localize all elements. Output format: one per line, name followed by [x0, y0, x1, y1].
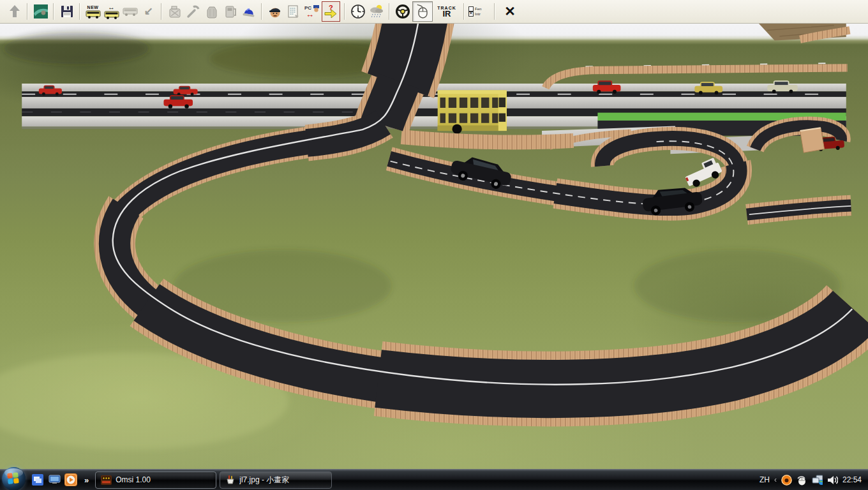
- separator: [344, 3, 345, 20]
- trackir-label-bottom: IR: [443, 10, 451, 17]
- media-player-icon: [64, 473, 77, 486]
- quick-launch-media-player[interactable]: [64, 473, 77, 486]
- tray-network[interactable]: [812, 475, 823, 486]
- down-left-arrow-icon: ↙: [144, 6, 153, 17]
- separator: [53, 3, 54, 20]
- new-bus-label: NEW: [87, 5, 99, 10]
- refuel-button[interactable]: [166, 2, 183, 21]
- close-button[interactable]: ✕: [499, 2, 521, 21]
- enter-vehicle-button[interactable]: ↙: [140, 2, 157, 21]
- tickets-button[interactable]: [285, 2, 302, 21]
- help-route-button[interactable]: ?: [322, 1, 340, 22]
- mouse-steering-button[interactable]: [412, 1, 433, 22]
- driver-button[interactable]: [266, 2, 283, 21]
- svg-text:↔: ↔: [306, 10, 314, 19]
- tray-mouse-utility[interactable]: [797, 475, 807, 486]
- steering-wheel-button[interactable]: [394, 2, 411, 21]
- wall-block: [800, 128, 825, 152]
- language-indicator[interactable]: ZH: [760, 475, 770, 484]
- sack-icon: [204, 4, 220, 19]
- quick-launch-switcher[interactable]: [31, 473, 44, 486]
- taskbar-button-omsi[interactable]: Omsi 1.00: [95, 471, 216, 489]
- options-button[interactable]: Fen Intr: [468, 2, 490, 21]
- orange-ring-icon: [781, 475, 792, 486]
- omsi-editor-window: NEW ↔ ↙: [0, 0, 868, 490]
- fuel-pump-button[interactable]: [221, 2, 239, 21]
- network-icon: [812, 475, 823, 486]
- weather-button[interactable]: [368, 2, 385, 21]
- option-row-2: Intr: [468, 11, 481, 17]
- up-arrow-icon: [10, 5, 20, 17]
- driver-face-icon: [267, 4, 283, 19]
- hidden-icons-chevron[interactable]: ‹: [774, 475, 777, 484]
- system-tray: ZH ‹: [760, 475, 868, 486]
- scene-canvas: [0, 24, 868, 469]
- map-button[interactable]: [32, 2, 49, 21]
- time-button[interactable]: [349, 2, 366, 21]
- separator: [463, 3, 465, 20]
- bus-icon: [86, 10, 101, 19]
- trackir-button[interactable]: TRACK IR: [434, 2, 460, 21]
- map-icon: [34, 4, 48, 19]
- spiral-ramp-inner: [389, 138, 737, 218]
- pc-swap-button[interactable]: PC ↔: [303, 2, 320, 21]
- task-label: jl7.jpg - 小畫家: [239, 475, 289, 486]
- wrench-icon: [186, 4, 201, 19]
- close-x-icon: ✕: [504, 5, 516, 18]
- tray-volume[interactable]: [827, 475, 838, 486]
- bus-wheel: [452, 124, 461, 134]
- ticket-list-icon: [286, 4, 301, 19]
- separator: [494, 3, 495, 20]
- checkbox-checked-icon: [468, 11, 474, 17]
- white-mouse-icon: [797, 475, 807, 486]
- double-decker-bus: [438, 90, 507, 133]
- change-bus-button[interactable]: ↔: [103, 2, 120, 21]
- pc-swap-icon: PC ↔: [304, 4, 320, 19]
- exit-up-button[interactable]: [6, 2, 23, 21]
- money-bag-button[interactable]: [203, 2, 220, 21]
- fuel-pump-icon: [223, 4, 238, 19]
- beacon-button[interactable]: [240, 2, 257, 21]
- swap-arrows-glyph: ↔: [108, 4, 115, 10]
- 3d-viewport[interactable]: [0, 24, 868, 469]
- question-arrow-icon: ?: [324, 4, 339, 19]
- omsi-app-icon: [101, 475, 112, 485]
- bus-icon: [104, 10, 119, 19]
- clock-icon: [350, 3, 366, 20]
- monitor-icon: [49, 475, 61, 485]
- window-switcher-icon: [32, 474, 43, 486]
- bus-disabled-icon: [123, 6, 138, 17]
- quick-launch-desktop[interactable]: [48, 473, 61, 486]
- windows-taskbar: » Omsi 1.00 jl7.jpg - 小畫家 ZH ‹: [0, 469, 868, 490]
- jerry-can-icon: [167, 4, 183, 19]
- quick-launch-overflow[interactable]: »: [84, 475, 89, 485]
- separator: [261, 3, 262, 20]
- tray-app-orange[interactable]: [781, 475, 792, 486]
- save-button[interactable]: [58, 2, 75, 21]
- orb-gloss: [4, 468, 23, 477]
- remove-bus-button[interactable]: [121, 2, 138, 21]
- new-bus-button[interactable]: NEW: [84, 2, 101, 21]
- save-icon: [60, 4, 74, 19]
- blue-beacon-icon: [241, 4, 257, 19]
- separator: [389, 3, 390, 20]
- separator: [27, 3, 28, 20]
- paint-app-icon: [225, 475, 236, 485]
- editor-toolbar: NEW ↔ ↙: [0, 0, 868, 24]
- tray-clock[interactable]: 22:54: [842, 475, 862, 484]
- mouse-icon: [415, 3, 430, 20]
- start-button[interactable]: [2, 467, 26, 490]
- speaker-icon: [827, 475, 838, 486]
- spiral-ramp-main: [113, 24, 855, 389]
- repair-button[interactable]: [184, 2, 202, 21]
- separator: [79, 3, 80, 20]
- separator: [161, 3, 162, 20]
- steering-wheel-icon: [394, 3, 411, 20]
- weather-icon: [368, 3, 385, 20]
- taskbar-button-paint[interactable]: jl7.jpg - 小畫家: [220, 471, 332, 489]
- task-label: Omsi 1.00: [116, 475, 151, 484]
- foreground-wall: [401, 137, 574, 142]
